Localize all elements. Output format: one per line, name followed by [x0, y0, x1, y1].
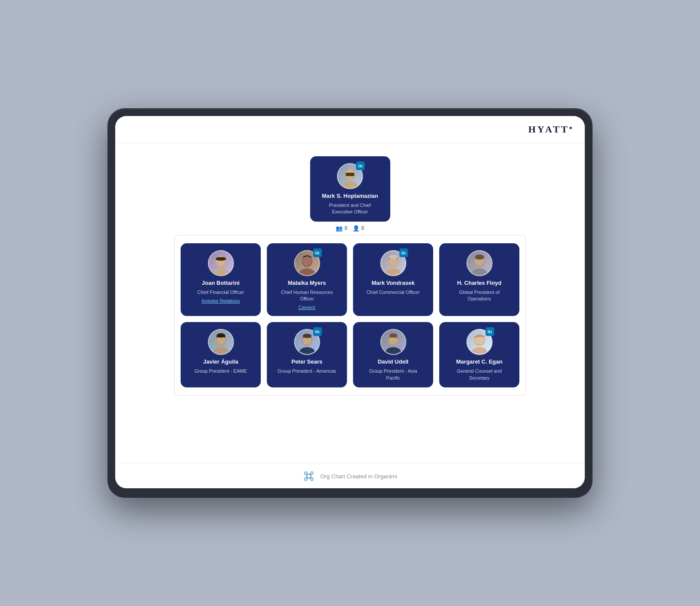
connector-area: Joan Bottarini Chief Financial Officer I…	[172, 235, 528, 396]
david-avatar-wrap	[380, 329, 406, 355]
charles-name: H. Charles Floyd	[448, 280, 511, 287]
svg-point-18	[475, 255, 484, 260]
javier-name: Javier Águila	[189, 358, 252, 366]
peter-avatar-wrap: in	[294, 329, 320, 355]
card-charles[interactable]: H. Charles Floyd Global President of Ope…	[439, 243, 519, 316]
card-joan[interactable]: Joan Bottarini Chief Financial Officer I…	[181, 243, 261, 316]
joan-face	[210, 254, 232, 275]
joan-avatar-wrap	[208, 250, 234, 276]
charles-title: Global President of Operations	[448, 289, 511, 303]
footer: Org Chart Created in Organimi	[115, 464, 585, 488]
organimi-logo	[303, 470, 315, 482]
svg-rect-7	[216, 257, 226, 261]
person-icon	[353, 225, 360, 232]
joan-link[interactable]: Investor Relations	[189, 298, 252, 303]
peter-linkedin[interactable]: in	[313, 327, 322, 336]
joan-title: Chief Financial Officer	[189, 289, 252, 296]
svg-point-14	[389, 255, 398, 259]
javier-avatar-wrap	[208, 329, 234, 355]
svg-point-5	[213, 268, 229, 275]
ceo-title: President and Chief Executive Officer	[319, 202, 382, 216]
ceo-avatar-wrap: in	[337, 163, 363, 189]
screen: HYATT	[115, 116, 585, 488]
javier-face	[210, 332, 232, 354]
malaika-avatar-wrap: in	[294, 250, 320, 276]
javier-title: Group President - EAME	[189, 368, 252, 374]
malaika-link[interactable]: Careers	[275, 305, 338, 310]
javier-portrait	[208, 329, 234, 355]
margaret-title: General Counsel and Secretary	[448, 368, 511, 381]
svg-point-28	[386, 347, 401, 354]
svg-point-12	[386, 268, 401, 275]
ceo-stats: 8 8	[336, 225, 364, 232]
svg-point-30	[389, 333, 397, 338]
markvon-linkedin[interactable]: in	[399, 248, 408, 257]
joan-name: Joan Bottarini	[189, 280, 252, 287]
group-stat: 8	[336, 225, 347, 232]
person-count: 8	[361, 225, 364, 231]
svg-rect-3	[346, 173, 354, 176]
header: HYATT	[115, 116, 585, 143]
joan-portrait	[208, 250, 234, 276]
ceo-linkedin-badge[interactable]: in	[356, 161, 365, 170]
david-portrait	[380, 329, 406, 355]
logo-text: HYATT	[528, 124, 569, 135]
david-face	[382, 332, 404, 354]
svg-point-20	[213, 347, 229, 354]
margaret-avatar-wrap: in	[467, 329, 493, 355]
ceo-name: Mark S. Hoplamazian	[319, 193, 382, 200]
margaret-name: Margaret C. Egan	[448, 358, 511, 366]
svg-point-37	[305, 478, 307, 480]
card-peter[interactable]: in Peter Sears Group President - America…	[267, 322, 347, 387]
group-count: 8	[344, 225, 347, 231]
org-grid: Joan Bottarini Chief Financial Officer I…	[174, 235, 526, 396]
card-david[interactable]: David Udell Group President - Asia Pacif…	[353, 322, 433, 387]
main-content: in Mark S. Hoplamazian President and Chi…	[115, 143, 585, 464]
ceo-card[interactable]: in Mark S. Hoplamazian President and Chi…	[310, 156, 390, 222]
svg-point-9	[299, 268, 315, 275]
footer-text: Org Chart Created in Organimi	[320, 473, 397, 480]
david-title: Group President - Asia Pacific	[362, 368, 425, 381]
svg-point-22	[217, 333, 225, 338]
svg-point-1	[342, 181, 358, 188]
peter-name: Peter Sears	[275, 358, 338, 366]
charles-avatar-wrap	[467, 250, 493, 276]
svg-point-32	[472, 347, 487, 354]
markvon-name: Mark Vondrasek	[362, 280, 425, 287]
person-stat: 8	[353, 225, 364, 232]
margaret-linkedin[interactable]: in	[486, 327, 494, 336]
card-margaret[interactable]: in Margaret C. Egan General Counsel and …	[439, 322, 519, 387]
svg-point-35	[305, 472, 307, 474]
svg-point-24	[299, 347, 315, 354]
david-name: David Udell	[362, 358, 425, 366]
charles-portrait	[467, 250, 493, 276]
card-markvon[interactable]: in Mark Vondrasek Chief Commercial Offic…	[353, 243, 433, 316]
device-frame: HYATT	[107, 108, 593, 498]
hyatt-logo: HYATT	[528, 124, 572, 135]
svg-point-38	[311, 478, 313, 480]
malaika-linkedin[interactable]: in	[313, 248, 322, 257]
malaika-title: Chief Human Resources Officer	[275, 289, 338, 303]
svg-point-26	[303, 334, 311, 338]
charles-face	[469, 254, 490, 275]
malaika-name: Malaika Myers	[275, 280, 338, 287]
markvon-avatar-wrap: in	[380, 250, 406, 276]
group-icon	[336, 225, 343, 232]
ceo-section: in Mark S. Hoplamazian President and Chi…	[310, 156, 390, 232]
logo-dot	[570, 127, 572, 129]
card-javier[interactable]: Javier Águila Group President - EAME	[181, 322, 261, 387]
peter-title: Group President - Americas	[275, 368, 338, 374]
svg-point-10	[303, 256, 311, 266]
svg-point-16	[472, 268, 487, 275]
organimi-icon	[303, 470, 315, 482]
card-malaika[interactable]: in Malaika Myers Chief Human Resources O…	[267, 243, 347, 316]
svg-point-36	[311, 472, 313, 474]
markvon-title: Chief Commercial Officer	[362, 289, 425, 296]
